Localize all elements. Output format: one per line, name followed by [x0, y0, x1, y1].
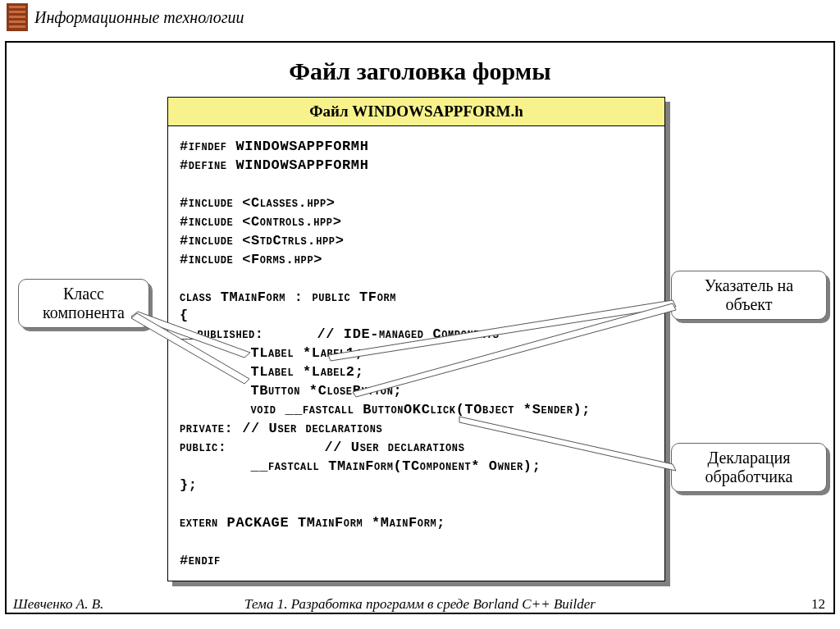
course-title: Информационные технологии — [34, 8, 244, 27]
callout-pointer-object: Указатель на объект — [671, 271, 827, 320]
callout-text: Класс компонента — [43, 285, 125, 321]
footer-topic: Тема 1. Разработка программ в среде Borl… — [0, 596, 840, 613]
header: Информационные технологии — [7, 3, 244, 31]
code-panel-title: Файл WINDOWSAPPFORM.h — [168, 98, 664, 126]
callout-text: Указатель на объект — [705, 276, 793, 313]
footer-author: Шевченко А. В. — [13, 596, 103, 613]
code-panel: Файл WINDOWSAPPFORM.h #ifndef WINDOWSAPP… — [167, 97, 665, 581]
footer-page: 12 — [811, 596, 825, 613]
university-crest-icon — [7, 3, 28, 31]
code-body: #ifndef WINDOWSAPPFORMH #define WINDOWSA… — [168, 126, 664, 581]
callout-text: Декларация обработчика — [705, 449, 793, 485]
footer: Шевченко А. В. Тема 1. Разработка програ… — [0, 596, 840, 613]
callout-class-component: Класс компонента — [18, 279, 149, 328]
callout-handler-declaration: Декларация обработчика — [671, 443, 827, 492]
slide-title: Файл заголовка формы — [0, 57, 840, 85]
